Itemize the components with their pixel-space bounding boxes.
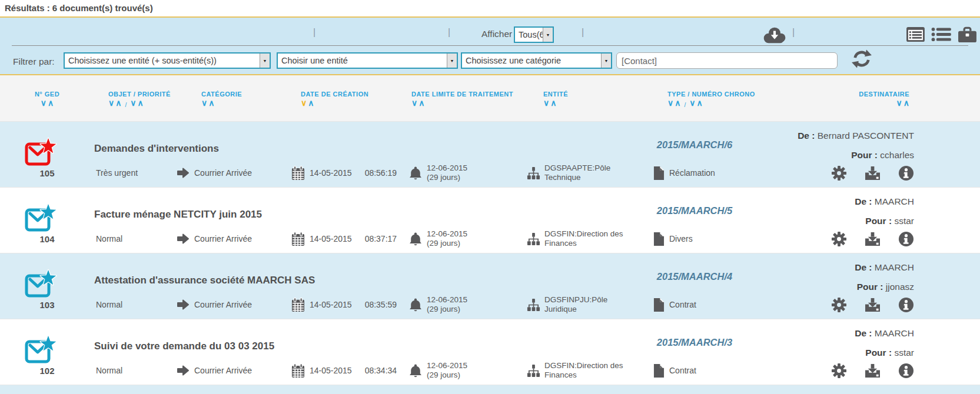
document-icon bbox=[653, 363, 665, 378]
chevron-down-icon[interactable]: ▼ bbox=[260, 54, 270, 68]
org-chart-icon bbox=[527, 364, 540, 378]
download-icon[interactable] bbox=[865, 298, 881, 312]
refresh-icon[interactable] bbox=[852, 49, 872, 68]
document-subject[interactable]: Demandes d'interventions bbox=[94, 143, 219, 155]
basket-icon[interactable] bbox=[958, 26, 977, 43]
doc-type: Contrat bbox=[669, 366, 696, 375]
category-select[interactable]: Choisissez une catégorie ▼ bbox=[461, 52, 612, 69]
chevron-down-icon[interactable]: ▼ bbox=[601, 54, 611, 68]
info-icon[interactable] bbox=[898, 231, 914, 247]
result-row[interactable]: Facture ménage NETCITY juin 2015 2015/MA… bbox=[0, 187, 980, 253]
sort-desc-icon[interactable]: ∨ bbox=[41, 99, 46, 106]
deadline-delay: (29 jours) bbox=[427, 239, 467, 248]
row-detail-line: 105 Très urgent Courrier Arrivée 14-05-2… bbox=[0, 159, 980, 187]
download-icon[interactable] bbox=[865, 232, 881, 246]
sort-desc-icon[interactable]: ∨ bbox=[201, 99, 207, 106]
sort-asc-icon[interactable]: ∧ bbox=[48, 99, 54, 106]
sort-separator: / bbox=[125, 102, 127, 108]
gear-icon[interactable] bbox=[831, 363, 847, 379]
sort-desc-icon[interactable]: ∨ bbox=[108, 99, 114, 106]
arrow-right-icon bbox=[177, 166, 190, 179]
creation-time: 08:56:19 bbox=[365, 168, 397, 178]
toolbar-separator: | bbox=[582, 27, 584, 38]
sort-desc-icon[interactable]: ∨ bbox=[667, 99, 673, 106]
ged-number: 104 bbox=[0, 234, 94, 244]
download-icon[interactable] bbox=[865, 166, 881, 181]
priority: Normal bbox=[94, 300, 177, 309]
sort-desc-icon[interactable]: ∨ bbox=[896, 99, 902, 106]
from-value: MAARCH bbox=[875, 262, 914, 272]
sort-desc-icon[interactable]: ∨ bbox=[543, 99, 549, 106]
results-page: Résultats : 6 document(s) trouvé(s) | | … bbox=[0, 0, 980, 394]
bullet-list-view-icon[interactable] bbox=[931, 26, 952, 42]
show-count-select[interactable]: Tous(6) ▼ bbox=[514, 26, 554, 43]
from-value: MAARCH bbox=[875, 328, 914, 338]
sort-desc-icon[interactable]: ∨ bbox=[689, 99, 695, 106]
info-icon[interactable] bbox=[898, 165, 914, 181]
sort-desc-icon-active[interactable]: ∨ bbox=[301, 99, 307, 106]
bell-icon bbox=[409, 166, 422, 180]
sort-asc-icon[interactable]: ∧ bbox=[208, 99, 214, 106]
gear-icon[interactable] bbox=[831, 297, 847, 313]
entity-select[interactable]: Choisir une entité ▼ bbox=[277, 52, 458, 69]
chrono-number: 2015/MAARCH/4 bbox=[624, 271, 765, 282]
sort-asc-icon[interactable]: ∧ bbox=[115, 99, 121, 106]
document-subject[interactable]: Facture ménage NETCITY juin 2015 bbox=[94, 209, 262, 221]
sort-asc-icon[interactable]: ∧ bbox=[903, 99, 909, 106]
result-row[interactable]: Suivi de votre demande du 03 03 2015 201… bbox=[0, 319, 980, 385]
doc-type: Contrat bbox=[669, 300, 696, 309]
gear-icon[interactable] bbox=[831, 231, 847, 247]
calendar-icon bbox=[291, 232, 305, 246]
category-select-value: Choisissez une catégorie bbox=[462, 56, 601, 65]
column-date-creation: DATE DE CRÉATION ∨ ∧ bbox=[291, 91, 409, 121]
sort-asc-icon[interactable]: ∧ bbox=[550, 99, 556, 106]
org-chart-icon bbox=[527, 232, 540, 246]
arrow-right-icon bbox=[177, 298, 190, 311]
from-value: Bernard PASCONTENT bbox=[818, 131, 914, 141]
sort-asc-icon[interactable]: ∧ bbox=[138, 99, 144, 106]
cloud-download-icon[interactable] bbox=[763, 26, 786, 44]
sort-asc-icon[interactable]: ∧ bbox=[418, 99, 424, 106]
chevron-down-icon[interactable]: ▼ bbox=[447, 54, 457, 68]
bell-icon bbox=[409, 363, 422, 378]
results-count: Résultats : 6 document(s) trouvé(s) bbox=[5, 3, 153, 13]
bell-icon bbox=[409, 232, 422, 246]
chrono-number: 2015/MAARCH/3 bbox=[624, 337, 765, 348]
column-destinataire: DESTINATAIRE ∨ ∧ bbox=[795, 91, 980, 121]
calendar-icon bbox=[291, 298, 305, 312]
gear-icon[interactable] bbox=[831, 165, 847, 181]
calendar-icon bbox=[291, 166, 305, 181]
chevron-down-icon[interactable]: ▼ bbox=[543, 28, 553, 42]
result-row[interactable]: Attestation d'assurance société MAARCH S… bbox=[0, 253, 980, 319]
arrow-right-icon bbox=[177, 364, 190, 377]
column-date-limite: DATE LIMITE DE TRAITEMENT ∨ ∧ bbox=[409, 91, 527, 121]
ged-number: 103 bbox=[0, 300, 94, 310]
contact-filter-input[interactable] bbox=[616, 52, 838, 69]
deadline-delay: (29 jours) bbox=[427, 370, 467, 380]
list-view-icon[interactable] bbox=[906, 26, 925, 42]
document-subject[interactable]: Attestation d'assurance société MAARCH S… bbox=[94, 275, 315, 286]
info-icon[interactable] bbox=[898, 297, 914, 313]
sort-desc-icon[interactable]: ∨ bbox=[130, 99, 136, 106]
entity: DGSFIN:Direction des Finances bbox=[544, 361, 639, 380]
sort-asc-icon[interactable]: ∧ bbox=[697, 99, 703, 106]
deadline-delay: (29 jours) bbox=[427, 305, 467, 314]
document-subject[interactable]: Suivi de votre demande du 03 03 2015 bbox=[94, 340, 274, 352]
column-categorie: CATÉGORIE ∨ ∧ bbox=[177, 91, 291, 121]
row-detail-line: 102 Normal Courrier Arrivée 14-05-201508… bbox=[0, 356, 980, 385]
result-row[interactable]: Demandes d'interventions 2015/MAARCH/6 D… bbox=[0, 121, 980, 187]
sort-asc-icon[interactable]: ∧ bbox=[675, 99, 680, 106]
entity-tree-select-value: Choisissez une entité (+ sous-entité(s)) bbox=[65, 56, 260, 65]
show-count-value: Tous(6) bbox=[515, 30, 543, 39]
entity-tree-select[interactable]: Choisissez une entité (+ sous-entité(s))… bbox=[64, 52, 271, 69]
sort-desc-icon[interactable]: ∨ bbox=[411, 99, 417, 106]
info-icon[interactable] bbox=[898, 363, 914, 379]
entity: DGSFINPJU:Pôle Juridique bbox=[544, 295, 639, 314]
sort-asc-icon[interactable]: ∧ bbox=[308, 99, 314, 106]
download-icon[interactable] bbox=[865, 363, 881, 378]
filter-by-label: Filtrer par: bbox=[13, 56, 55, 67]
results-bar: Résultats : 6 document(s) trouvé(s) bbox=[0, 0, 980, 16]
deadline-date: 12-06-2015 bbox=[427, 361, 467, 370]
bell-icon bbox=[409, 298, 422, 312]
creation-date: 14-05-2015 bbox=[310, 366, 352, 375]
